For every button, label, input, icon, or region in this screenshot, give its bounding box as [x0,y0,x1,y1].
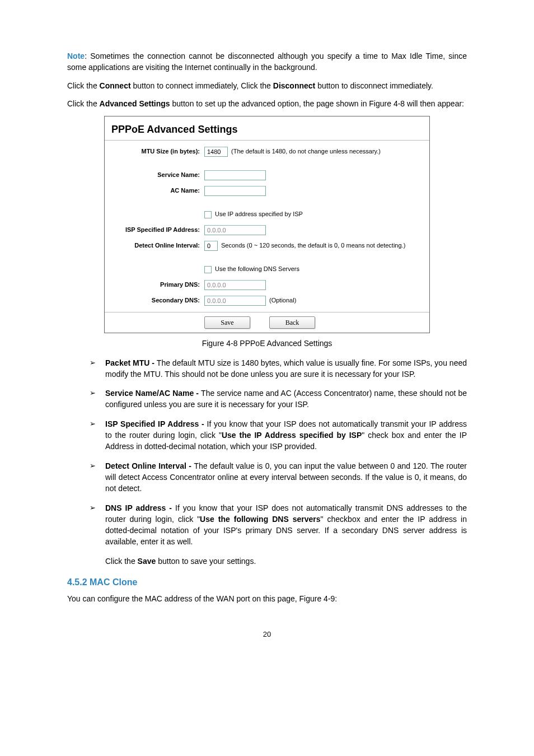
use-ip-label: Use IP address specified by ISP [215,210,303,219]
optional-label: (Optional) [269,296,296,305]
use-dns-row: Use the following DNS Servers [105,262,429,277]
save-button[interactable]: Save [204,316,250,329]
figure-title: PPPoE Advanced Settings [105,116,429,140]
connect-paragraph: Click the Connect button to connect imme… [67,80,467,91]
use-dns-label: Use the following DNS Servers [215,265,299,274]
text: button to connect immediately, Click the [131,81,273,90]
bullet-lead: ISP Specified IP Address - [105,419,207,428]
bullet-icon: ➢ [90,357,99,380]
bullet-item: ➢ ISP Specified IP Address - If you know… [90,418,467,452]
bullet-item: ➢ Packet MTU - The default MTU size is 1… [90,357,467,380]
mtu-label: MTU Size (in bytes): [110,147,204,156]
bullet-icon: ➢ [90,418,99,452]
primary-dns-input[interactable] [204,280,266,290]
disconnect-button-label: Disconnect [273,81,315,90]
bullet-lead: DNS IP address - [105,503,175,512]
primary-dns-label: Primary DNS: [110,281,204,290]
ac-name-input[interactable] [204,186,266,196]
text: button to disconnect immediately. [315,81,433,90]
advanced-button-label: Advanced Settings [100,99,170,108]
figure-footer: Save Back [105,312,429,333]
service-name-row: Service Name: [105,167,429,183]
ac-name-row: AC Name: [105,183,429,199]
detect-hint: Seconds (0 ~ 120 seconds, the default is… [221,241,405,250]
secondary-dns-row: Secondary DNS: (Optional) [105,293,429,309]
text: Click the [105,557,138,566]
secondary-dns-label: Secondary DNS: [110,296,204,305]
bullet-item: ➢ Service Name/AC Name - The service nam… [90,388,467,410]
section-text: You can configure the MAC address of the… [67,593,467,604]
use-ip-row: Use IP address specified by ISP [105,207,429,222]
bullet-lead: Detect Online Interval - [105,461,194,470]
note-text: : Sometimes the connection cannot be dis… [67,52,467,72]
figure-body: MTU Size (in bytes): (The default is 148… [105,140,429,312]
mtu-row: MTU Size (in bytes): (The default is 148… [105,144,429,160]
pppoe-settings-figure: PPPoE Advanced Settings MTU Size (in byt… [104,116,430,333]
isp-ip-row: ISP Specified IP Address: [105,222,429,238]
bullet-icon: ➢ [90,502,99,548]
text: Click the [67,81,100,90]
bullet-inner-bold: Use the IP Address specified by ISP [222,431,362,440]
primary-dns-row: Primary DNS: [105,277,429,293]
isp-ip-input[interactable] [204,225,266,235]
bullet-inner-bold: Use the following DNS servers [200,515,320,524]
bullet-item: ➢ Detect Online Interval - The default v… [90,460,467,494]
mtu-input[interactable] [204,147,228,157]
bullet-lead: Service Name/AC Name - [105,389,201,398]
document-page: Note: Sometimes the connection cannot be… [0,0,534,662]
text: button to save your settings. [156,557,256,566]
secondary-dns-input[interactable] [204,296,266,306]
bullet-lead: Packet MTU - [105,358,157,367]
save-button-label: Save [138,557,156,566]
bullet-list: ➢ Packet MTU - The default MTU size is 1… [90,357,467,567]
ac-name-label: AC Name: [110,186,204,195]
bullet-icon: ➢ [90,388,99,410]
note-paragraph: Note: Sometimes the connection cannot be… [67,50,467,73]
back-button[interactable]: Back [269,316,315,329]
detect-row: Detect Online Interval: Seconds (0 ~ 120… [105,238,429,254]
use-ip-checkbox[interactable] [204,211,212,218]
advanced-paragraph: Click the Advanced Settings button to se… [67,98,467,109]
detect-input[interactable] [204,241,218,251]
isp-ip-label: ISP Specified IP Address: [110,226,204,235]
use-dns-checkbox[interactable] [204,266,212,273]
bullet-text: The default MTU size is 1480 bytes, whic… [105,358,467,379]
service-name-label: Service Name: [110,171,204,180]
bullet-item: ➢ DNS IP address - If you know that your… [90,502,467,548]
service-name-input[interactable] [204,170,266,180]
text: button to set up the advanced option, th… [170,99,464,108]
note-label: Note [67,52,85,60]
detect-label: Detect Online Interval: [110,241,204,250]
figure-caption: Figure 4-8 PPPoE Advanced Settings [67,338,467,349]
mtu-hint: (The default is 1480, do not change unle… [231,147,381,156]
bullet-icon: ➢ [90,460,99,494]
save-instruction: Click the Save button to save your setti… [105,556,467,567]
section-heading: 4.5.2 MAC Clone [67,576,467,589]
connect-button-label: Connect [100,81,131,90]
page-number: 20 [67,629,467,640]
text: Click the [67,99,100,108]
